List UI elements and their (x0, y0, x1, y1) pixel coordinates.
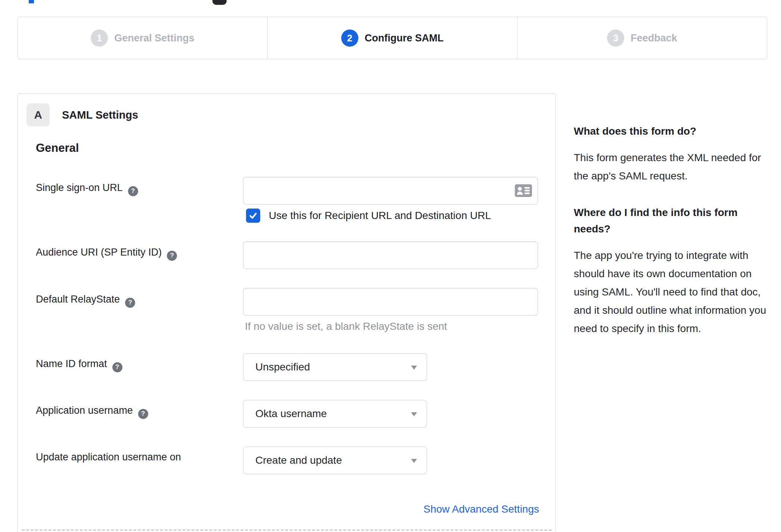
help-icon[interactable]: ? (128, 186, 138, 196)
name-id-format-label: Name ID format? (36, 358, 122, 372)
audience-uri-label: Audience URI (SP Entity ID)? (36, 247, 177, 261)
cutoff-blue-fragment (29, 0, 34, 3)
default-relaystate-input[interactable] (243, 288, 538, 316)
step-label: Feedback (631, 32, 677, 44)
help-icon[interactable]: ? (167, 251, 177, 261)
caret-down-icon (411, 459, 417, 463)
select-value: Create and update (255, 454, 342, 466)
update-application-username-label: Update application username on (36, 451, 181, 463)
show-advanced-settings-link[interactable]: Show Advanced Settings (423, 503, 539, 515)
step-number-badge: 2 (341, 29, 358, 47)
checkbox-label: Use this for Recipient URL and Destinati… (269, 210, 491, 222)
panel-title: SAML Settings (62, 109, 138, 121)
help-icon[interactable]: ? (112, 362, 122, 372)
cutoff-dark-fragment (212, 0, 227, 5)
sso-url-label: Single sign-on URL? (36, 182, 138, 196)
help-icon[interactable]: ? (125, 298, 135, 308)
recipient-url-checkbox-row[interactable]: Use this for Recipient URL and Destinati… (246, 209, 491, 223)
wizard-stepper: 1 General Settings 2 Configure SAML 3 Fe… (18, 17, 767, 59)
step-configure-saml[interactable]: 2 Configure SAML (267, 17, 517, 59)
step-number-badge: 1 (91, 29, 108, 47)
general-group-heading: General (36, 141, 79, 155)
caret-down-icon (411, 412, 417, 416)
step-general-settings[interactable]: 1 General Settings (18, 17, 267, 59)
caret-down-icon (411, 366, 417, 370)
checkbox-checked[interactable] (246, 209, 260, 223)
step-label: General Settings (114, 32, 195, 44)
update-application-username-select[interactable]: Create and update (243, 447, 427, 474)
step-feedback[interactable]: 3 Feedback (517, 17, 767, 59)
sidebar-heading-what: What does this form do? (574, 123, 769, 140)
default-relaystate-label: Default RelayState? (36, 294, 135, 308)
saml-settings-panel: A SAML Settings General Single sign-on U… (18, 93, 556, 532)
select-value: Okta username (255, 408, 327, 420)
application-username-select[interactable]: Okta username (243, 400, 427, 428)
audience-uri-input[interactable] (243, 241, 538, 269)
check-icon (248, 211, 258, 220)
panel-header: A SAML Settings (27, 103, 138, 126)
sidebar-heading-where: Where do I find the info this form needs… (574, 204, 769, 237)
sso-url-input[interactable] (243, 177, 538, 204)
sso-url-input-wrap (243, 177, 538, 204)
help-sidebar: What does this form do? This form genera… (574, 123, 769, 357)
section-a-badge: A (27, 103, 50, 126)
dashed-section-divider (22, 529, 552, 531)
name-id-format-select[interactable]: Unspecified (243, 353, 427, 381)
application-username-label: Application username? (36, 405, 148, 419)
relaystate-hint: If no value is set, a blank RelayState i… (245, 320, 447, 332)
contact-card-icon[interactable] (515, 184, 532, 197)
step-label: Configure SAML (365, 32, 444, 44)
sidebar-body-what: This form generates the XML needed for t… (574, 148, 769, 185)
select-value: Unspecified (255, 361, 310, 373)
sidebar-body-where: The app you're trying to integrate with … (574, 246, 769, 338)
help-icon[interactable]: ? (138, 409, 148, 419)
step-number-badge: 3 (607, 29, 624, 47)
